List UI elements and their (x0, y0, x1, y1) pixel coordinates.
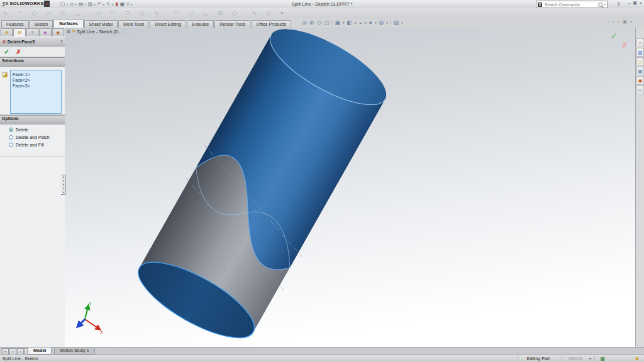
radio-delete-and-patch-button[interactable] (9, 135, 13, 140)
zoom-to-fit-icon[interactable]: ◎ (302, 19, 307, 26)
tree-item-label[interactable]: Split Line - Sketch (D... (77, 30, 122, 34)
status-message: Split Line - Sketch (3, 356, 38, 361)
orientation-triad: Y X (71, 300, 108, 337)
units-label[interactable]: MMGS (569, 356, 582, 361)
cylinder-model[interactable] (65, 28, 635, 347)
units-caret-icon[interactable]: ▾ (589, 356, 591, 361)
feature-tree-flyout[interactable]: ⊞ ❖ Split Line - Sketch (D... (67, 29, 122, 34)
view-settings-icon[interactable]: ▤ (394, 19, 399, 26)
search-icon[interactable] (598, 3, 602, 7)
selected-face-item[interactable]: Face<2> (11, 77, 61, 83)
surfaces-toolbar-icons[interactable]: ∿ ◠ ◇ ▱ ⊂ ◡ ▭ ◠ ⊃ ◇ ∿ ◠ ▱ ◡ ⊞ ◇ ∿ ◇ ▾ (3, 9, 287, 16)
tab-features[interactable]: Features (1, 20, 29, 28)
hide-show-caret-icon[interactable]: ▾ (365, 21, 367, 25)
tab-mold-tools[interactable]: Mold Tools (118, 20, 149, 28)
apply-scene-icon[interactable]: ◍ (379, 19, 384, 26)
tab-surfaces[interactable]: Surfaces (53, 19, 84, 28)
toolbar-separator (331, 20, 332, 26)
radio-delete-and-fill-label: Delete and Fill (16, 143, 44, 147)
hide-show-items-icon[interactable]: ◒ (359, 19, 362, 26)
feature-manager-tab-icon[interactable]: ❖ (5, 30, 9, 35)
tab-office-products[interactable]: Office Products (251, 20, 291, 28)
tree-expand-icon[interactable]: ⊞ (67, 29, 70, 34)
title-bar: ƷS SOLIDWORKS ▸ ▢▾ ▱▾ ▤▾ ▥▾ ↶▾ ↖▾ ▮ ▣ ≡▾… (0, 0, 644, 9)
doc-restore-button[interactable]: ▣ (623, 19, 627, 25)
close-button[interactable]: × (640, 1, 642, 6)
toolbar-separator (391, 20, 391, 26)
pm-cancel-button[interactable]: ✗ (16, 48, 21, 55)
selections-section-header[interactable]: Selections (0, 57, 65, 67)
search-caret-icon[interactable]: ▾ (604, 3, 606, 6)
tab-sketch[interactable]: Sketch (30, 20, 53, 28)
face-selection-icon: ◪ (2, 71, 8, 78)
property-manager-tab-icon[interactable]: ▤ (18, 30, 22, 35)
tab-model[interactable]: Model (28, 348, 52, 354)
search-commands-box[interactable]: S ▾ (536, 1, 608, 8)
face-selection-listbox[interactable]: Face<1> Face<2> Face<3> (10, 70, 62, 114)
doc-cascade-icon[interactable]: ▫ (608, 19, 609, 25)
confirmation-corner-cancel[interactable]: ✗ (621, 41, 628, 50)
custom-properties-status-icon[interactable]: ▦ (600, 356, 605, 361)
view-orientation-icon[interactable]: ▣ (335, 19, 340, 26)
confirmation-corner-ok[interactable]: ✓ (610, 31, 618, 41)
tab-direct-editing[interactable]: Direct Editing (150, 20, 186, 28)
custom-properties-icon[interactable]: ▭ (638, 87, 643, 93)
doc-close-button[interactable]: × (630, 19, 633, 25)
tab-render-tools[interactable]: Render Tools (214, 20, 250, 28)
view-palette-icon[interactable]: ▦ (638, 69, 643, 74)
selected-face-item[interactable]: Face<1> (11, 72, 61, 77)
selected-face-item[interactable]: Face<3> (11, 83, 61, 89)
tag-status-icon[interactable]: ◈ (635, 356, 639, 361)
configuration-manager-tab-icon[interactable]: ≡ (31, 30, 33, 35)
tab-evaluate[interactable]: Evaluate (187, 20, 214, 28)
radio-delete-and-patch[interactable]: Delete and Patch (9, 135, 65, 140)
triad-x-label: X (100, 330, 103, 334)
display-manager-tab-icon[interactable]: ◉ (56, 30, 60, 35)
solidworks-resources-icon[interactable]: ⌂ (639, 40, 642, 46)
file-explorer-icon[interactable]: ▱ (638, 59, 642, 65)
search-input[interactable] (543, 2, 597, 8)
options-group: Delete Delete and Patch Delete and Fill (0, 124, 65, 157)
graphics-viewport[interactable]: ⊞ ❖ Split Line - Sketch (D... ✓ ✗ Y X (65, 28, 635, 347)
radio-delete-label: Delete (16, 128, 28, 132)
doc-minimize-button[interactable]: – (617, 19, 619, 25)
heads-up-view-toolbar: ◎ ⊕ ⊙ ◫ ▣▾ ◧▾ ◒▾ ●▾ ◍▾ ▤▾ (302, 19, 403, 26)
surfaces-toolbar: ∿ ◠ ◇ ▱ ⊂ ◡ ▭ ◠ ⊃ ◇ ∿ ◠ ▱ ◡ ⊞ ◇ ∿ ◇ ▾ (0, 8, 644, 19)
section-view-icon[interactable]: ◫ (324, 19, 330, 26)
property-manager-panel: ❖ ▤ ≡ ◈ ◉ ⊗ DeleteFace5 ? ✓ ✗ Selections… (0, 28, 65, 347)
tab-sheet-metal[interactable]: Sheet Metal (84, 20, 118, 28)
options-section-header[interactable]: Options (0, 115, 65, 124)
delete-face-icon: ⊗ (2, 39, 6, 45)
restore-button[interactable]: ▣ (633, 1, 637, 6)
dimxpert-manager-tab-icon[interactable]: ◈ (43, 30, 47, 35)
radio-delete-and-fill[interactable]: Delete and Fill (9, 143, 65, 147)
appearance-caret-icon[interactable]: ▾ (375, 21, 377, 25)
display-style-caret-icon[interactable]: ▾ (355, 21, 357, 25)
scene-caret-icon[interactable]: ▾ (386, 21, 388, 25)
edit-appearance-icon[interactable]: ● (369, 19, 372, 26)
radio-delete-button[interactable] (9, 128, 13, 132)
display-style-icon[interactable]: ◧ (347, 19, 353, 26)
triad-y-label: Y (89, 302, 92, 306)
editing-mode-label: Editing Part (527, 356, 550, 361)
zoom-to-selection-icon[interactable]: ⊙ (316, 19, 321, 26)
radio-delete-and-fill-button[interactable] (9, 143, 13, 147)
selections-group: ◪ Face<1> Face<2> Face<3> (0, 67, 65, 115)
help-button[interactable]: ? (617, 1, 620, 7)
triad-z-axis (79, 319, 85, 326)
radio-delete[interactable]: Delete (9, 128, 65, 132)
view-orientation-caret-icon[interactable]: ▾ (343, 21, 345, 25)
part-icon: ❖ (72, 29, 75, 34)
zoom-to-area-icon[interactable]: ⊕ (309, 19, 314, 26)
design-library-icon[interactable]: ▥ (638, 50, 643, 55)
pm-help-icon[interactable]: ? (60, 40, 63, 44)
panel-splitter-handle[interactable] (61, 175, 66, 195)
appearances-icon[interactable]: ◉ (638, 78, 643, 84)
doc-tile-icon[interactable]: ▫ (613, 19, 614, 25)
feature-title: DeleteFace5 (8, 39, 59, 45)
manager-pane-tabs: ❖ ▤ ≡ ◈ ◉ (0, 28, 65, 36)
view-settings-caret-icon[interactable]: ▾ (401, 21, 403, 25)
minimize-button[interactable]: – (628, 1, 630, 6)
tab-motion-study[interactable]: Motion Study 1 (54, 348, 95, 354)
pm-ok-button[interactable]: ✓ (4, 48, 9, 56)
